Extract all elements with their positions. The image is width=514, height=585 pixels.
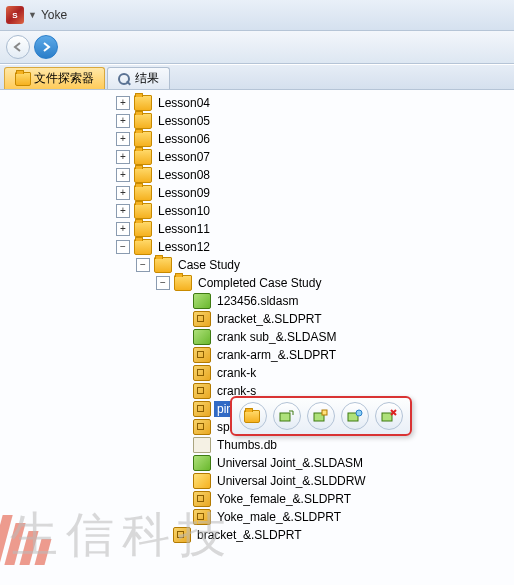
expand-icon[interactable]: +: [116, 186, 130, 200]
collapse-icon[interactable]: −: [116, 240, 130, 254]
file-item[interactable]: Yoke_male_&.SLDPRT: [2, 508, 512, 526]
lesson-folder[interactable]: +Lesson05: [2, 112, 512, 130]
lesson-folder[interactable]: +Lesson07: [2, 148, 512, 166]
folder-icon-icon: [134, 113, 152, 129]
file-item[interactable]: Yoke_female_&.SLDPRT: [2, 490, 512, 508]
part-icon-icon: [193, 347, 211, 363]
collapse-icon[interactable]: −: [136, 258, 150, 272]
tree-view[interactable]: +Lesson04+Lesson05+Lesson06+Lesson07+Les…: [0, 90, 514, 585]
tree-item-label: crank-k: [214, 365, 259, 381]
popup-delete-button[interactable]: [375, 402, 403, 430]
folder-icon-icon: [134, 185, 152, 201]
back-button[interactable]: [6, 35, 30, 59]
folder-icon-icon: [134, 95, 152, 111]
collapse-icon[interactable]: −: [156, 276, 170, 290]
tree-item-label: crank-arm_&.SLDPRT: [214, 347, 339, 363]
folder-icon-icon: [134, 167, 152, 183]
expand-icon[interactable]: +: [116, 132, 130, 146]
asm-icon-icon: [193, 293, 211, 309]
asm-icon-icon: [193, 329, 211, 345]
tree-item-label: Universal Joint_&.SLDASM: [214, 455, 366, 471]
file-item[interactable]: crank-k: [2, 364, 512, 382]
nav-bar: [0, 31, 514, 64]
title-bar: S ▼ Yoke: [0, 0, 514, 31]
folder-icon-icon: [134, 239, 152, 255]
insert-new-icon: [313, 409, 329, 423]
forward-button[interactable]: [34, 35, 58, 59]
tree-item-label: crank sub_&.SLDASM: [214, 329, 339, 345]
folder-icon-icon: [134, 203, 152, 219]
file-item[interactable]: Universal Joint_&.SLDDRW: [2, 472, 512, 490]
tree-item-label: Completed Case Study: [195, 275, 324, 291]
insert-icon: [279, 409, 295, 423]
expand-icon[interactable]: +: [116, 222, 130, 236]
drw-icon-icon: [193, 473, 211, 489]
app-icon: S: [6, 6, 24, 24]
tab-label: 结果: [135, 70, 159, 87]
file-item[interactable]: 123456.sldasm: [2, 292, 512, 310]
file-item[interactable]: bracket_&.SLDPRT: [2, 310, 512, 328]
popup-insert-button[interactable]: [273, 402, 301, 430]
expand-icon[interactable]: +: [116, 114, 130, 128]
svg-rect-0: [280, 413, 290, 421]
folder-icon-icon: [154, 257, 172, 273]
tree-item-label: Yoke_female_&.SLDPRT: [214, 491, 354, 507]
title-dropdown-icon[interactable]: ▼: [28, 10, 37, 20]
open-folder-icon: [244, 410, 260, 423]
file-item[interactable]: Thumbs.db: [2, 436, 512, 454]
svg-rect-2: [322, 410, 327, 415]
lesson-folder[interactable]: +Lesson09: [2, 184, 512, 202]
lesson-folder[interactable]: +Lesson04: [2, 94, 512, 112]
window-title: Yoke: [41, 8, 67, 22]
delete-icon: [381, 409, 397, 423]
tree-item-label: 123456.sldasm: [214, 293, 301, 309]
tab-bar: 文件探索器 结果: [0, 65, 514, 90]
search-icon: [118, 73, 132, 85]
file-item[interactable]: crank sub_&.SLDASM: [2, 328, 512, 346]
tree-item-label: Universal Joint_&.SLDDRW: [214, 473, 369, 489]
expand-icon[interactable]: +: [116, 204, 130, 218]
file-item[interactable]: crank-arm_&.SLDPRT: [2, 346, 512, 364]
lesson-folder[interactable]: +Lesson10: [2, 202, 512, 220]
part-icon-icon: [193, 509, 211, 525]
db-icon-icon: [193, 437, 211, 453]
context-toolbar: [230, 396, 412, 436]
part-icon-icon: [173, 527, 191, 543]
expand-icon[interactable]: +: [116, 96, 130, 110]
popup-open-button[interactable]: [239, 402, 267, 430]
tree-item-label: Thumbs.db: [214, 437, 280, 453]
config-icon: [347, 409, 363, 423]
tab-file-explorer[interactable]: 文件探索器: [4, 67, 105, 89]
folder-icon: [15, 72, 31, 86]
tree-item-label: Lesson08: [155, 167, 213, 183]
popup-insert-new-button[interactable]: [307, 402, 335, 430]
file-item[interactable]: Universal Joint_&.SLDASM: [2, 454, 512, 472]
lesson-folder[interactable]: +Lesson08: [2, 166, 512, 184]
lesson-folder[interactable]: +Lesson06: [2, 130, 512, 148]
lesson-folder[interactable]: +Lesson11: [2, 220, 512, 238]
tree-item-label: Lesson10: [155, 203, 213, 219]
part-icon-icon: [193, 419, 211, 435]
folder-icon-icon: [174, 275, 192, 291]
tree-item-label: Lesson07: [155, 149, 213, 165]
folder-icon-icon: [134, 149, 152, 165]
tab-label: 文件探索器: [34, 70, 94, 87]
completed-folder[interactable]: −Completed Case Study: [2, 274, 512, 292]
case-study-folder[interactable]: −Case Study: [2, 256, 512, 274]
part-icon-icon: [193, 365, 211, 381]
part-icon-icon: [193, 311, 211, 327]
tree-item-label: bracket_&.SLDPRT: [214, 311, 325, 327]
svg-point-4: [356, 410, 362, 416]
expand-icon[interactable]: +: [116, 168, 130, 182]
tab-results[interactable]: 结果: [107, 67, 170, 89]
expand-icon[interactable]: +: [116, 150, 130, 164]
tree-item-label: Lesson12: [155, 239, 213, 255]
part-icon-icon: [193, 383, 211, 399]
popup-config-button[interactable]: [341, 402, 369, 430]
part-icon-icon: [193, 401, 211, 417]
file-item[interactable]: bracket_&.SLDPRT: [2, 526, 512, 544]
lesson-folder[interactable]: −Lesson12: [2, 238, 512, 256]
tree-item-label: Lesson11: [155, 221, 213, 237]
asm-icon-icon: [193, 455, 211, 471]
main-area: 文件探索器 结果 +Lesson04+Lesson05+Lesson06+Les…: [0, 64, 514, 585]
